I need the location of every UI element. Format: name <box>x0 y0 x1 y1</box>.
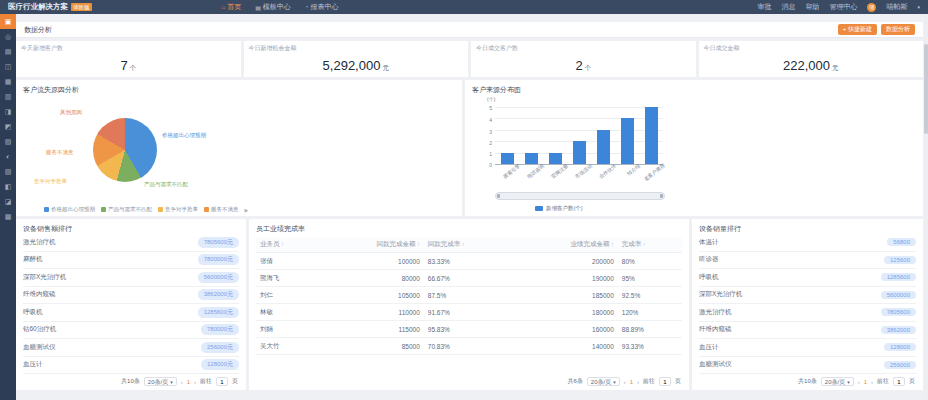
scrollbar-thumb[interactable] <box>924 44 928 134</box>
prev-page-icon[interactable]: ‹ <box>624 379 626 385</box>
avatar[interactable]: 喵 <box>867 3 876 12</box>
list-item: 钴60治疗机780000元 <box>23 322 239 340</box>
page-size-select[interactable]: 20条/页▾ <box>587 377 620 386</box>
nav-template-center[interactable]: ▤ 模板中心 <box>255 2 291 12</box>
moon-icon: ◐ <box>6 153 10 160</box>
sidebar-item-share[interactable]: ▩ <box>0 209 16 224</box>
goto-page-input[interactable] <box>216 377 228 386</box>
legend-item[interactable]: 价格超出心理预期 <box>44 206 95 213</box>
prev-page-icon[interactable]: ‹ <box>858 379 860 385</box>
share-icon: ▩ <box>5 213 12 221</box>
column-header-completion-rate[interactable]: 完成率 ↕ <box>618 237 682 253</box>
sidebar-item-monitor[interactable]: ▧ <box>0 134 16 149</box>
y-axis-unit: (个) <box>487 96 495 102</box>
page-number[interactable]: 1 <box>187 379 190 385</box>
quick-create-button[interactable]: + 快捷新建 <box>838 24 877 35</box>
goto-page-input[interactable] <box>893 377 905 386</box>
template-icon: ▤ <box>255 4 261 11</box>
pie-chart[interactable] <box>93 118 157 182</box>
sidebar-item-customers[interactable]: ◩ <box>0 119 16 134</box>
legend-item[interactable]: 服务不满意 <box>204 206 239 213</box>
sidebar-item-training[interactable]: ◫ <box>0 59 16 74</box>
next-page-icon[interactable]: › <box>637 379 639 385</box>
monitor-icon: ▧ <box>5 138 12 146</box>
sidebar-item-team[interactable]: ◧ <box>0 179 16 194</box>
bar[interactable] <box>525 153 538 164</box>
datazoom-handle-right[interactable] <box>660 194 663 198</box>
column-header-salesperson[interactable]: 业务员 ↕ <box>256 237 320 253</box>
nav-messages[interactable]: 消息 <box>781 2 795 12</box>
nav-approval[interactable]: 审批 <box>757 2 771 12</box>
sidebar-item-lab[interactable]: ◨ <box>0 104 16 119</box>
value-badge: 256000 <box>884 361 916 369</box>
table-row: 熊海飞8000066.67%19000095% <box>256 270 682 287</box>
legend-item[interactable]: 产品与需求不匹配 <box>101 206 152 213</box>
main-content: 数据分析 + 快捷新建 数据分析 今天新增客户数 7个 今日新增机会金额 5,2… <box>16 14 923 400</box>
nav-help[interactable]: 帮助 <box>805 2 819 12</box>
list-item: 麻醉机7800000元 <box>23 252 239 270</box>
employee-performance-panel: 员工业绩完成率 业务员 ↕ 回款完成金额 ↕ 回款完成率 ↕ 业绩完成金额 ↕ … <box>249 219 689 390</box>
nav-report-center[interactable]: ◔ 报表中心 <box>305 2 339 12</box>
list-item: 纤维内窥镜3862000 <box>699 322 916 340</box>
legend-next-icon[interactable]: ▶ <box>245 207 249 213</box>
sidebar-item-target[interactable]: ◎ <box>0 29 16 44</box>
customers-icon: ◩ <box>5 123 12 131</box>
document-icon: ▥ <box>5 93 12 101</box>
sidebar-item-moon[interactable]: ◐ <box>0 149 16 164</box>
goto-label: 前往 <box>877 377 889 386</box>
list-item: 体温计56800 <box>699 234 916 252</box>
page-number[interactable]: 1 <box>630 379 633 385</box>
sidebar-item-calendar[interactable]: ▨ <box>0 164 16 179</box>
edition-badge: 体验版 <box>71 3 92 11</box>
sidebar-item-gallery[interactable]: ▦ <box>0 74 16 89</box>
column-header-payment-rate[interactable]: 回款完成率 ↕ <box>424 237 514 253</box>
sidebar-item-office[interactable]: ▤ <box>0 44 16 59</box>
customer-source-panel: 客户来源分布图 (个) 5 4 3 2 1 0 <box>465 80 923 216</box>
nav-home[interactable]: ⌂ 首页 <box>222 2 242 12</box>
sidebar-item-document[interactable]: ▥ <box>0 89 16 104</box>
y-tick: 3 <box>480 129 492 135</box>
legend-swatch <box>44 207 49 212</box>
bar[interactable] <box>549 153 562 164</box>
equipment-sales-amount-panel: 设备销售额排行 激光治疗机7805600元 麻醉机7800000元 深部X光治疗… <box>16 219 246 390</box>
data-analysis-button[interactable]: 数据分析 <box>881 24 915 35</box>
bar[interactable] <box>621 118 634 164</box>
chevron-down-icon[interactable]: ▾ <box>917 4 920 10</box>
equipment-sales-volume-panel: 设备销量排行 体温计56800 听诊器125600 呼吸机1285600 深部X… <box>692 219 923 390</box>
pie-label: 服务不满意 <box>46 149 74 156</box>
datazoom-handle-left[interactable] <box>497 194 500 198</box>
sidebar-item-dashboard[interactable]: ▣ <box>0 14 16 29</box>
churn-reason-panel: 客户流失原因分析 价格超出心理预期 产品与需求不匹配 竞争对手抢单 服务不满意 … <box>16 80 462 216</box>
goto-label: 前往 <box>643 377 655 386</box>
legend-item[interactable]: 竞争对手抢单 <box>158 206 198 213</box>
total-count: 共6条 <box>567 377 582 386</box>
bar[interactable] <box>573 141 586 164</box>
legend-swatch <box>204 207 209 212</box>
next-page-icon[interactable]: › <box>194 379 196 385</box>
username[interactable]: 喵帕斯 <box>886 2 907 12</box>
goto-page-input[interactable] <box>659 377 671 386</box>
pie-legend: 价格超出心理预期 产品与需求不匹配 竞争对手抢单 服务不满意 ▶ <box>44 206 248 213</box>
bar-legend[interactable]: 新增客户数(个) <box>535 205 583 212</box>
column-header-payment-amount[interactable]: 回款完成金额 ↕ <box>320 237 424 253</box>
x-tick: 市场活动 <box>571 163 594 183</box>
bar[interactable] <box>501 153 514 164</box>
page-size-select[interactable]: 20条/页▾ <box>821 377 854 386</box>
value-badge: 128000元 <box>201 359 239 370</box>
sidebar-item-clock[interactable]: ◪ <box>0 194 16 209</box>
value-badge: 5600000 <box>881 291 916 299</box>
nav-admin-center[interactable]: 管理中心 <box>829 2 857 12</box>
bar[interactable] <box>645 107 658 164</box>
list-item: 血糖测试仪256000元 <box>23 339 239 357</box>
column-header-performance-amount[interactable]: 业绩完成金额 ↕ <box>514 237 618 253</box>
datazoom-slider[interactable] <box>495 192 665 200</box>
prev-page-icon[interactable]: ‹ <box>181 379 183 385</box>
y-tick: 1 <box>480 151 492 157</box>
sort-icon: ↕ <box>611 241 614 247</box>
stat-cards: 今天新增客户数 7个 今日新增机会金额 5,292,000元 今日成交客户数 2… <box>16 41 923 77</box>
page-size-select[interactable]: 20条/页▾ <box>144 377 177 386</box>
page-number[interactable]: 1 <box>864 379 867 385</box>
bar[interactable] <box>597 130 610 164</box>
list-item: 纤维内窥镜3862000元 <box>23 287 239 305</box>
next-page-icon[interactable]: › <box>871 379 873 385</box>
